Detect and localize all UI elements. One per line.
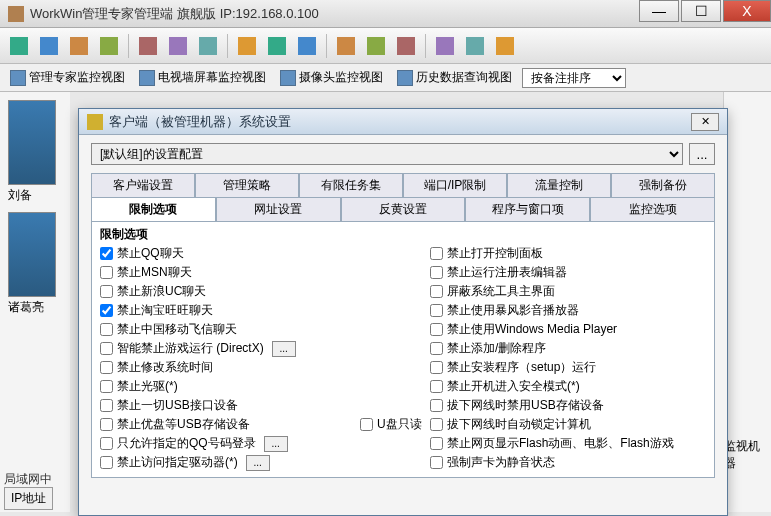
option-checkbox[interactable]	[100, 399, 113, 412]
option-checkbox[interactable]	[100, 361, 113, 374]
restriction-option[interactable]: 禁止一切USB接口设备	[100, 397, 360, 414]
restriction-option[interactable]: 禁止运行注册表编辑器	[430, 264, 710, 281]
option-label: 禁止QQ聊天	[117, 245, 184, 262]
restriction-option[interactable]: 禁止淘宝旺旺聊天	[100, 302, 360, 319]
restriction-option[interactable]: 禁止QQ聊天	[100, 245, 360, 262]
restriction-option[interactable]: 禁止优盘等USB存储设备	[100, 416, 360, 433]
view-tvwall[interactable]: 电视墙屏幕监控视图	[135, 67, 270, 88]
option-label: 禁止优盘等USB存储设备	[117, 416, 250, 433]
option-checkbox[interactable]	[430, 247, 443, 260]
client-thumbnail[interactable]	[8, 100, 56, 185]
option-checkbox[interactable]	[360, 418, 373, 431]
toolbar-icon[interactable]	[363, 33, 389, 59]
option-checkbox[interactable]	[430, 304, 443, 317]
option-more-button[interactable]: ...	[272, 341, 296, 357]
restriction-option[interactable]: 禁止新浪UC聊天	[100, 283, 360, 300]
tab-policy[interactable]: 管理策略	[195, 173, 299, 197]
option-checkbox[interactable]	[100, 247, 113, 260]
sort-select[interactable]: 按备注排序	[522, 68, 626, 88]
restriction-option[interactable]: 禁止中国移动飞信聊天	[100, 321, 360, 338]
minimize-button[interactable]: —	[639, 0, 679, 22]
option-checkbox[interactable]	[100, 304, 113, 317]
tab-antiporn[interactable]: 反黄设置	[341, 197, 466, 221]
option-checkbox[interactable]	[430, 437, 443, 450]
config-more-button[interactable]: ...	[689, 143, 715, 165]
tab-tasks[interactable]: 有限任务集	[299, 173, 403, 197]
restriction-option[interactable]: 智能禁止游戏运行 (DirectX)...	[100, 340, 360, 357]
tab-url[interactable]: 网址设置	[216, 197, 341, 221]
toolbar-icon[interactable]	[135, 33, 161, 59]
tab-backup[interactable]: 强制备份	[611, 173, 715, 197]
option-checkbox[interactable]	[430, 266, 443, 279]
tab-monitor[interactable]: 监控选项	[590, 197, 715, 221]
option-more-button[interactable]: ...	[246, 455, 270, 471]
option-checkbox[interactable]	[430, 285, 443, 298]
option-checkbox[interactable]	[100, 266, 113, 279]
option-label: 智能禁止游戏运行 (DirectX)	[117, 340, 264, 357]
toolbar-icon[interactable]	[264, 33, 290, 59]
view-camera[interactable]: 摄像头监控视图	[276, 67, 387, 88]
view-monitor[interactable]: 管理专家监控视图	[6, 67, 129, 88]
restriction-option[interactable]: 禁止访问指定驱动器(*)...	[100, 454, 360, 471]
option-checkbox[interactable]	[430, 399, 443, 412]
option-checkbox[interactable]	[100, 380, 113, 393]
toolbar-icon[interactable]	[66, 33, 92, 59]
tab-restrictions[interactable]: 限制选项	[91, 197, 216, 221]
restriction-option[interactable]: 禁止使用Windows Media Player	[430, 321, 710, 338]
option-checkbox[interactable]	[430, 418, 443, 431]
tab-traffic[interactable]: 流量控制	[507, 173, 611, 197]
restriction-option[interactable]: 强制声卡为静音状态	[430, 454, 710, 471]
option-checkbox[interactable]	[100, 437, 113, 450]
restriction-option[interactable]: 禁止打开控制面板	[430, 245, 710, 262]
restriction-option[interactable]: 禁止MSN聊天	[100, 264, 360, 281]
option-label: 禁止使用Windows Media Player	[447, 321, 617, 338]
option-checkbox[interactable]	[430, 380, 443, 393]
option-checkbox[interactable]	[430, 323, 443, 336]
bottom-tab[interactable]: 局域网中	[4, 471, 52, 488]
option-checkbox[interactable]	[100, 342, 113, 355]
restriction-option[interactable]: 禁止修改系统时间	[100, 359, 360, 376]
option-checkbox[interactable]	[430, 361, 443, 374]
option-checkbox[interactable]	[100, 418, 113, 431]
toolbar-icon[interactable]	[6, 33, 32, 59]
toolbar-icon[interactable]	[462, 33, 488, 59]
tab-client-settings[interactable]: 客户端设置	[91, 173, 195, 197]
restriction-option[interactable]: 只允许指定的QQ号码登录...	[100, 435, 360, 452]
maximize-button[interactable]: ☐	[681, 0, 721, 22]
toolbar-icon[interactable]	[432, 33, 458, 59]
tab-port-ip[interactable]: 端口/IP限制	[403, 173, 507, 197]
config-group-select[interactable]: [默认组]的设置配置	[91, 143, 683, 165]
restriction-option[interactable]: 禁止添加/删除程序	[430, 340, 710, 357]
option-checkbox[interactable]	[430, 342, 443, 355]
toolbar-icon[interactable]	[294, 33, 320, 59]
option-checkbox[interactable]	[100, 323, 113, 336]
toolbar-icon[interactable]	[165, 33, 191, 59]
restriction-option[interactable]: 禁止网页显示Flash动画、电影、Flash游戏	[430, 435, 710, 452]
view-history[interactable]: 历史数据查询视图	[393, 67, 516, 88]
client-thumbnail[interactable]	[8, 212, 56, 297]
restriction-option[interactable]: 禁止使用暴风影音播放器	[430, 302, 710, 319]
option-checkbox[interactable]	[100, 285, 113, 298]
toolbar-icon[interactable]	[234, 33, 260, 59]
restriction-option[interactable]: 屏蔽系统工具主界面	[430, 283, 710, 300]
option-checkbox[interactable]	[100, 456, 113, 469]
dialog-close-button[interactable]: ✕	[691, 113, 719, 131]
restriction-option[interactable]: 禁止安装程序（setup）运行	[430, 359, 710, 376]
restriction-option[interactable]: 禁止光驱(*)	[100, 378, 360, 395]
toolbar-icon[interactable]	[393, 33, 419, 59]
ip-tab[interactable]: IP地址	[4, 487, 53, 510]
tab-program-window[interactable]: 程序与窗口项	[465, 197, 590, 221]
restriction-option[interactable]: 拔下网线时禁用USB存储设备	[430, 397, 710, 414]
restriction-option[interactable]: 拔下网线时自动锁定计算机	[430, 416, 710, 433]
restriction-option[interactable]: 禁止开机进入安全模式(*)	[430, 378, 710, 395]
toolbar-icon[interactable]	[492, 33, 518, 59]
toolbar-icon[interactable]	[36, 33, 62, 59]
restriction-option[interactable]: U盘只读	[360, 416, 430, 433]
toolbar-icon[interactable]	[96, 33, 122, 59]
option-more-button[interactable]: ...	[264, 436, 288, 452]
toolbar-icon[interactable]	[333, 33, 359, 59]
toolbar-icon[interactable]	[195, 33, 221, 59]
right-tab[interactable]: 监视机器	[724, 438, 767, 472]
option-checkbox[interactable]	[430, 456, 443, 469]
close-button[interactable]: X	[723, 0, 771, 22]
